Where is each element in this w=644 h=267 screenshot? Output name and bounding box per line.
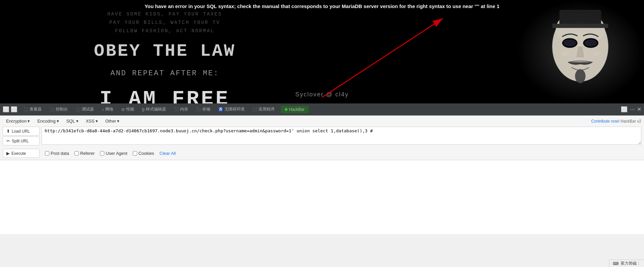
performance-icon: ◎ — [121, 107, 125, 112]
devtools-icon-copy[interactable]: ⬜ — [11, 106, 17, 113]
split-url-icon: ✂ — [6, 138, 10, 143]
tab-console[interactable]: ⬛ 控制台 — [46, 105, 71, 114]
devtools-more-icon[interactable]: ⋯ — [630, 106, 635, 113]
svg-line-12 — [322, 18, 443, 97]
contribute-text: Contribute now! HackBar v2 — [591, 119, 641, 124]
load-url-icon: ⬆ — [6, 129, 10, 134]
contribute-link[interactable]: Contribute now! — [591, 119, 620, 124]
split-url-button[interactable]: ✂ Split URL — [3, 136, 40, 145]
clear-all-link[interactable]: Clear All — [160, 151, 176, 156]
ime-keyboard-icon: ⌨ — [613, 261, 619, 266]
devtools-toolbar: ⬜ ⬜ ⬛ 查看器 ⬛ 控制台 ⬛ 调试器 ↕ 网络 ◎ 性能 {} 样式编辑器… — [0, 103, 644, 116]
encryption-dropdown-icon: ▾ — [28, 119, 30, 124]
tab-debugger[interactable]: ⬛ 调试器 — [72, 105, 97, 114]
sql-error-message: You have an error in your SQL syntax; ch… — [145, 3, 499, 9]
post-data-label[interactable]: Post data — [45, 151, 69, 156]
accessibility-icon: ♿ — [218, 107, 223, 112]
mask-image — [517, 0, 644, 103]
svg-rect-9 — [559, 10, 601, 26]
svg-rect-10 — [552, 24, 608, 28]
style-editor-icon: {} — [142, 107, 145, 112]
application-icon: ⬛ — [253, 107, 257, 112]
console-icon: ⬛ — [50, 107, 54, 112]
hackbar-url-row: ⬆ Load URL ✂ Split URL — [3, 127, 641, 146]
debugger-icon: ⬛ — [76, 107, 80, 112]
user-agent-checkbox[interactable] — [100, 151, 104, 155]
other-dropdown-icon: ▾ — [117, 119, 119, 124]
menu-encryption[interactable]: Encryption ▾ — [3, 118, 33, 125]
tab-performance[interactable]: ◎ 性能 — [118, 105, 138, 114]
devtools-responsive-icon[interactable]: ⬜ — [621, 106, 628, 113]
tab-hackbar[interactable]: HackBar — [281, 106, 309, 113]
tab-style-editor[interactable]: {} 样式编辑器 — [139, 105, 169, 114]
execute-button[interactable]: ▶ Execute — [3, 149, 40, 158]
url-input-container — [42, 127, 641, 146]
menu-encoding[interactable]: Encoding ▾ — [34, 118, 62, 125]
svg-point-6 — [575, 69, 585, 83]
sql-dropdown-icon: ▾ — [76, 119, 78, 124]
referer-label[interactable]: Referer — [74, 151, 95, 156]
hackbar-menu-row: Encryption ▾ Encoding ▾ SQL ▾ XSS ▾ Othe… — [3, 118, 641, 125]
hackbar-panel: Encryption ▾ Encoding ▾ SQL ▾ XSS ▾ Othe… — [0, 116, 644, 160]
svg-point-5 — [584, 40, 597, 47]
memory-icon: ⬛ — [174, 107, 179, 112]
encoding-dropdown-icon: ▾ — [57, 119, 59, 124]
svg-point-4 — [564, 40, 576, 47]
hero-section: You have an error in your SQL syntax; ch… — [0, 0, 644, 103]
cookies-checkbox[interactable] — [133, 151, 137, 155]
tab-storage[interactable]: ⬛ 存储 — [193, 105, 214, 114]
menu-sql[interactable]: SQL ▾ — [63, 118, 82, 125]
bottom-content-area — [0, 160, 644, 234]
tab-memory[interactable]: ⬛ 内存 — [171, 105, 192, 114]
ime-label: 英力简磁： — [621, 261, 641, 266]
storage-icon: ⬛ — [196, 107, 201, 112]
xss-dropdown-icon: ▾ — [96, 119, 98, 124]
svg-point-8 — [592, 51, 600, 56]
load-url-button[interactable]: ⬆ Load URL — [3, 127, 40, 136]
hero-watermark: Syclover @ cl4y — [295, 91, 348, 98]
tab-accessibility[interactable]: ♿ 无障碍环境 — [215, 105, 248, 114]
tab-inspector[interactable]: ⬛ 查看器 — [20, 105, 45, 114]
ime-status-bar: ⌨ 英力简磁： — [609, 260, 644, 267]
hackbar-action-buttons: ⬆ Load URL ✂ Split URL — [3, 127, 40, 146]
tab-network[interactable]: ↕ 网络 — [99, 105, 117, 114]
hero-text: HAVE SOME KIDS, PAY YOUR TAXES PAY YOUR … — [94, 10, 235, 103]
menu-other[interactable]: Other ▾ — [102, 118, 123, 125]
v-for-vendetta-mask — [543, 8, 617, 95]
execute-icon: ▶ — [6, 151, 10, 156]
devtools-icon-left[interactable]: ⬜ — [3, 106, 9, 113]
referer-checkbox[interactable] — [74, 151, 79, 155]
menu-xss[interactable]: XSS ▾ — [83, 118, 101, 125]
user-agent-label[interactable]: User Agent — [100, 151, 127, 156]
inspector-icon: ⬛ — [23, 107, 28, 112]
devtools-close-icon[interactable]: ✕ — [637, 106, 641, 113]
svg-point-7 — [560, 51, 569, 56]
devtools-action-icons: ⬜ ⋯ ✕ — [621, 106, 641, 113]
hackbar-checkboxes: Post data Referer User Agent Cookies Cle… — [45, 149, 176, 158]
hackbar-status-dot — [285, 108, 287, 111]
post-data-checkbox[interactable] — [45, 151, 49, 155]
cookies-label[interactable]: Cookies — [133, 151, 154, 156]
url-input[interactable] — [42, 127, 641, 145]
network-icon: ↕ — [102, 107, 104, 112]
tab-application[interactable]: ⬛ 应用程序 — [249, 105, 278, 114]
